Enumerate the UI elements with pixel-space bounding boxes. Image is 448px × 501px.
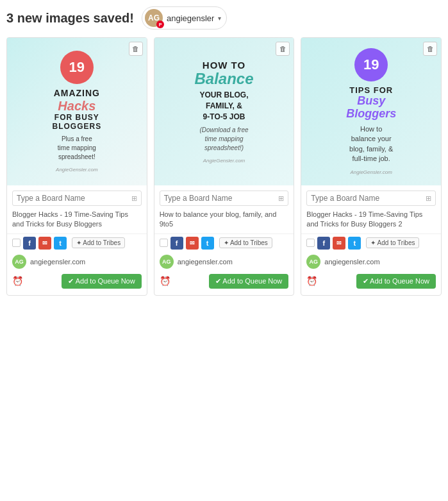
cards-grid: 🗑 19 AMAZING Hacks FOR BUSY BLOGGERS Plu… <box>6 37 442 296</box>
card-2-image: 🗑 HOW TO Balance YOUR BLOG,FAMILY, &9-TO… <box>154 38 294 185</box>
checkbox-1[interactable] <box>12 239 21 247</box>
board-name-input-2[interactable] <box>164 194 279 203</box>
add-queue-wrap-2: ⏰ ✔ Add to Queue Now <box>154 271 294 290</box>
delete-button-1[interactable]: 🗑 <box>129 42 143 56</box>
card-1-line4: BLOGGERS <box>52 122 101 131</box>
card-3-board-input-wrap: ⊞ <box>306 191 436 206</box>
card-2: 🗑 HOW TO Balance YOUR BLOG,FAMILY, &9-TO… <box>154 37 295 296</box>
card-3: 🗑 19 TIPS FOR Busy Bloggers How tobalanc… <box>301 37 442 296</box>
card-1-badge: 19 <box>60 51 94 84</box>
googleplus-icon-2[interactable]: ✉ <box>186 237 199 250</box>
card-2-sub2: (Download a freetime mappingspreadsheet!… <box>199 126 248 153</box>
card-1-line3: FOR BUSY <box>54 113 99 122</box>
card-1-image: 🗑 19 AMAZING Hacks FOR BUSY BLOGGERS Plu… <box>7 38 147 185</box>
checkbox-2[interactable] <box>160 239 168 247</box>
board-title-3: Blogger Hacks - 19 Time-Saving Tips and … <box>301 208 441 234</box>
board-title-2: How to balance your blog, family, and 9t… <box>154 208 294 234</box>
clock-icon-2[interactable]: ⏰ <box>160 276 170 286</box>
googleplus-icon-1[interactable]: ✉ <box>38 237 51 250</box>
add-queue-button-1[interactable]: ✔ Add to Queue Now <box>62 274 141 289</box>
googleplus-icon-3[interactable]: ✉ <box>333 237 345 250</box>
delete-button-2[interactable]: 🗑 <box>276 42 290 56</box>
card-1-line2: Hacks <box>58 99 95 113</box>
add-tribes-button-3[interactable]: ✦ Add to Tribes <box>366 237 419 248</box>
card-3-subtitle: How tobalance yourblog, family, &full-ti… <box>349 124 393 164</box>
checkbox-3[interactable] <box>306 239 315 247</box>
card-1-watermark: AngieGensler.com <box>56 167 98 173</box>
input-icon-3: ⊞ <box>426 194 431 203</box>
clock-icon-1[interactable]: ⏰ <box>12 276 23 286</box>
add-queue-wrap-3: ⏰ ✔ Add to Queue Now <box>301 271 441 290</box>
twitter-icon-3[interactable]: t <box>348 237 361 250</box>
add-tribes-button-2[interactable]: ✦ Add to Tribes <box>219 237 272 248</box>
twitter-icon-1[interactable]: t <box>54 237 67 250</box>
card-1-board-input-wrap: ⊞ <box>12 191 142 206</box>
card-3-watermark: AngieGensler.com <box>350 169 392 175</box>
card-1-line1: AMAZING <box>54 88 100 99</box>
card-1: 🗑 19 AMAZING Hacks FOR BUSY BLOGGERS Plu… <box>6 37 147 296</box>
input-icon-2: ⊞ <box>278 194 284 203</box>
author-avatar-2: AG <box>160 255 174 269</box>
avatar-wrap: AG P <box>145 9 163 27</box>
delete-button-3[interactable]: 🗑 <box>423 42 437 56</box>
board-title-1: Blogger Hacks - 19 Time-Saving Tips and … <box>7 208 147 234</box>
card-2-howto: HOW TO <box>203 60 245 71</box>
social-row-1: f ✉ t ✦ Add to Tribes <box>7 234 147 252</box>
facebook-icon-3[interactable]: f <box>317 237 330 250</box>
card-3-line3: Bloggers <box>346 108 396 121</box>
social-row-3: f ✉ t ✦ Add to Tribes <box>301 234 441 252</box>
card-2-balance: Balance <box>194 71 253 87</box>
card-2-watermark: AngieGensler.com <box>203 158 245 164</box>
username: angiegensler <box>167 13 214 23</box>
author-row-2: AG angiegensler.com <box>154 252 294 271</box>
author-name-3: angiegensler.com <box>324 258 379 266</box>
board-name-input-3[interactable] <box>311 194 426 203</box>
add-tribes-button-1[interactable]: ✦ Add to Tribes <box>72 237 125 248</box>
author-row-1: AG angiegensler.com <box>7 252 147 271</box>
card-3-badge: 19 <box>354 48 388 81</box>
chevron-down-icon: ▾ <box>218 15 221 22</box>
add-queue-button-2[interactable]: ✔ Add to Queue Now <box>209 274 288 289</box>
add-queue-button-3[interactable]: ✔ Add to Queue Now <box>356 274 436 289</box>
card-3-line1: TIPS FOR <box>349 85 393 95</box>
facebook-icon-2[interactable]: f <box>170 237 183 250</box>
author-name-2: angiegensler.com <box>178 258 233 266</box>
board-name-input-1[interactable] <box>17 194 131 203</box>
user-badge[interactable]: AG P angiegensler ▾ <box>142 6 227 30</box>
social-row-2: f ✉ t ✦ Add to Tribes <box>154 234 294 252</box>
input-icon-1: ⊞ <box>131 194 137 203</box>
pinterest-icon: P <box>156 21 164 28</box>
author-name-1: angiegensler.com <box>30 258 85 266</box>
card-3-line2: Busy <box>357 95 385 108</box>
card-1-subtitle: Plus a freetime mappingspreadsheet! <box>58 135 96 162</box>
header-title: 3 new images saved! <box>6 11 134 26</box>
author-row-3: AG angiegensler.com <box>301 252 441 271</box>
card-2-visual: HOW TO Balance YOUR BLOG,FAMILY, &9-TO-5… <box>154 38 294 185</box>
card-3-visual: 19 TIPS FOR Busy Bloggers How tobalance … <box>301 38 441 185</box>
facebook-icon-1[interactable]: f <box>23 237 36 250</box>
author-avatar-1: AG <box>12 255 26 269</box>
card-2-subtitle: YOUR BLOG,FAMILY, &9-TO-5 JOB <box>199 90 248 122</box>
add-queue-wrap-1: ⏰ ✔ Add to Queue Now <box>7 271 147 290</box>
card-2-board-input-wrap: ⊞ <box>160 191 289 206</box>
card-3-image: 🗑 19 TIPS FOR Busy Bloggers How tobalanc… <box>301 38 441 185</box>
header: 3 new images saved! AG P angiegensler ▾ <box>6 6 442 30</box>
card-1-visual: 19 AMAZING Hacks FOR BUSY BLOGGERS Plus … <box>7 38 147 185</box>
clock-icon-3[interactable]: ⏰ <box>306 276 317 286</box>
twitter-icon-2[interactable]: t <box>201 237 214 250</box>
author-avatar-3: AG <box>306 255 320 269</box>
